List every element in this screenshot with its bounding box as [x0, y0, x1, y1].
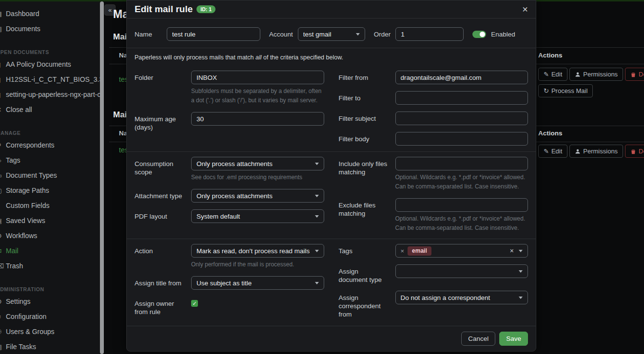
max-age-input[interactable]: [191, 112, 324, 126]
name-label: Name: [135, 31, 162, 38]
filter-to-label: Filter to: [339, 91, 389, 105]
exclude-files-hint: Optional. Wildcards e.g. *.pdf or *invoi…: [395, 214, 528, 233]
max-age-label: Maximum age (days): [135, 112, 184, 131]
filter-body-label: Filter body: [339, 132, 389, 146]
filter-to-input[interactable]: [395, 91, 528, 105]
saved-views-icon: ▣: [0, 213, 3, 228]
process-mail-button[interactable]: ↻ Process Mail: [538, 84, 593, 97]
assign-owner-checkbox[interactable]: ✓: [191, 300, 198, 307]
sidebar-section-manage: MANAGE: [0, 128, 100, 138]
tag-remove-icon[interactable]: ×: [401, 247, 405, 255]
delete-button[interactable]: Delete: [625, 68, 644, 81]
exclude-files-input[interactable]: [395, 198, 528, 212]
document-type-icon: ▭: [0, 168, 3, 183]
sidebar-item-documents[interactable]: ▤ Documents: [0, 21, 100, 37]
custom-fields-icon: ⟨: [0, 198, 3, 213]
include-files-input[interactable]: [395, 157, 528, 170]
order-label: Order: [374, 31, 391, 38]
account-actions: ✎ Edit Permissions Delete: [538, 68, 644, 81]
sidebar-item-dashboard[interactable]: ▦ Dashboard: [0, 6, 100, 21]
account-label: Account: [269, 31, 293, 38]
sidebar-item-workflows[interactable]: ⚙ Workflows: [0, 228, 100, 243]
sidebar-item-label: Mail: [6, 243, 19, 259]
consumption-section: Consumption scope Only process attachmen…: [135, 152, 528, 239]
edit-button[interactable]: ✎ Edit: [538, 68, 567, 81]
account-process-actions: ↻ Process Mail: [538, 84, 593, 97]
action-select[interactable]: Mark as read, don't process read mails: [191, 244, 324, 258]
sidebar-item-correspondents[interactable]: ⚲ Correspondents: [0, 138, 100, 153]
workflows-icon: ⚙: [0, 228, 3, 243]
permissions-button[interactable]: Permissions: [569, 145, 623, 158]
enabled-toggle[interactable]: [472, 31, 486, 38]
person-icon: [575, 72, 581, 77]
order-input[interactable]: [395, 27, 464, 41]
gear-icon: ⚙: [0, 294, 3, 309]
save-button[interactable]: Save: [499, 332, 528, 346]
sidebar-scrollbar[interactable]: [100, 1, 104, 354]
name-input[interactable]: [167, 27, 260, 41]
folder-input[interactable]: [191, 71, 324, 84]
sidebar-item-label: setting-up-paperless-ngx-part-one: [6, 87, 100, 102]
sidebar-item-label: Dashboard: [6, 6, 39, 21]
chevron-down-icon: [315, 282, 319, 284]
criteria-note: Paperless will only process mails that m…: [135, 48, 528, 66]
sidebar-item-file-tasks[interactable]: ▤ File Tasks: [0, 339, 100, 354]
actions-section: Action Mark as read, don't process read …: [135, 239, 528, 324]
tags-clear-icon[interactable]: ×: [510, 247, 515, 255]
sidebar-item-close-all[interactable]: ✕ Close all: [0, 102, 100, 117]
assign-doc-type-select[interactable]: [395, 264, 528, 278]
sidebar-item-label: File Tasks: [6, 339, 36, 354]
sidebar-item-settings[interactable]: ⚙ Settings: [0, 294, 100, 309]
filter-subject-input[interactable]: [395, 112, 528, 125]
tag-chip-email: email: [408, 246, 431, 256]
pdf-layout-select[interactable]: System default: [191, 209, 324, 223]
permissions-button[interactable]: Permissions: [569, 68, 623, 81]
consumption-scope-label: Consumption scope: [135, 157, 184, 182]
close-icon[interactable]: ×: [522, 5, 528, 14]
pencil-icon: ✎: [544, 71, 549, 78]
rule-actions: ✎ Edit Permissions Delete Copy: [538, 145, 644, 158]
sidebar-item-open-doc-1[interactable]: ▯ AA Policy Documents: [0, 57, 100, 72]
sidebar-item-users-groups[interactable]: ⚇ Users & Groups: [0, 324, 100, 339]
tags-select[interactable]: × email ×: [395, 244, 528, 258]
sidebar-item-custom-fields[interactable]: ⟨ Custom Fields: [0, 198, 100, 213]
cancel-button[interactable]: Cancel: [461, 332, 495, 346]
edit-button[interactable]: ✎ Edit: [538, 145, 567, 158]
assign-doc-type-label: Assign document type: [339, 264, 389, 284]
sidebar-section-administration: ADMINISTRATION: [0, 284, 100, 294]
delete-button[interactable]: Delete: [625, 145, 644, 158]
attachment-type-select[interactable]: Only process attachments: [191, 189, 324, 203]
sidebar-item-label: Users & Groups: [6, 324, 55, 339]
assign-correspondent-select[interactable]: Do not assign a correspondent: [395, 291, 528, 304]
assign-owner-label: Assign owner from rule: [135, 297, 184, 316]
pdf-layout-label: PDF layout: [135, 209, 184, 223]
dialog-title: Edit mail rule: [135, 4, 193, 15]
document-icon: ▯: [0, 87, 3, 102]
dialog-footer: Cancel Save: [127, 326, 536, 351]
attachment-type-label: Attachment type: [135, 189, 184, 203]
document-icon: ▯: [0, 57, 3, 72]
sidebar-item-storage-paths[interactable]: ▢ Storage Paths: [0, 183, 100, 198]
filter-from-input[interactable]: [395, 71, 528, 84]
sidebar-item-saved-views[interactable]: ▣ Saved Views: [0, 213, 100, 228]
sidebar-item-trash[interactable]: ⌫ Trash: [0, 259, 100, 274]
sidebar-item-label: Saved Views: [6, 213, 45, 228]
sliders-icon: ≡: [0, 309, 3, 324]
chevron-down-icon: [315, 163, 319, 165]
sidebar-item-open-doc-2[interactable]: ▯ H12SSL-i_C_CT_NT_BIOS_3.3_rele...: [0, 72, 100, 87]
filter-body-input[interactable]: [395, 132, 528, 146]
sidebar-item-mail[interactable]: ✉ Mail: [0, 243, 100, 259]
assign-correspondent-label: Assign correspondent from: [339, 291, 389, 318]
sidebar-item-open-doc-3[interactable]: ▯ setting-up-paperless-ngx-part-one: [0, 87, 100, 102]
dialog-header: Edit mail rule ID: 1 ×: [127, 0, 536, 19]
action-label: Action: [135, 244, 184, 269]
sidebar-item-document-types[interactable]: ▭ Document Types: [0, 168, 100, 183]
document-icon: ▯: [0, 72, 3, 87]
sidebar-item-configuration[interactable]: ≡ Configuration: [0, 309, 100, 324]
sidebar-item-tags[interactable]: ⬦ Tags: [0, 153, 100, 168]
account-select[interactable]: test gmail: [298, 27, 365, 41]
person-icon: [575, 149, 581, 154]
assign-title-select[interactable]: Use subject as title: [191, 276, 324, 290]
consumption-scope-select[interactable]: Only process attachments: [191, 157, 324, 170]
folder-icon: ▢: [0, 183, 3, 198]
